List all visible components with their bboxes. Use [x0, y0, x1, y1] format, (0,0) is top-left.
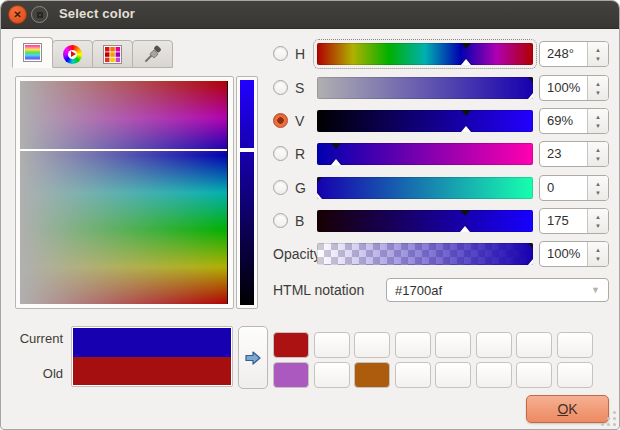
combo-dropdown-icon[interactable]: ▼ — [591, 285, 600, 295]
ok-button[interactable]: OK — [526, 395, 609, 423]
saturation-spinbox-value[interactable]: 100% — [540, 76, 587, 100]
red-spinbox-value[interactable]: 23 — [540, 142, 587, 166]
color-preview-box — [71, 326, 233, 387]
spin-down-icon[interactable]: ▼ — [595, 90, 601, 96]
opacity-spinbox-value[interactable]: 100% — [540, 242, 587, 266]
radio-green[interactable] — [273, 180, 288, 195]
swatch-grid — [273, 332, 593, 388]
spin-down-icon[interactable]: ▼ — [595, 156, 601, 162]
spin-up-icon[interactable]: ▲ — [595, 214, 601, 220]
value-spinbox-value[interactable]: 69% — [540, 109, 587, 133]
window-title: Select color — [59, 6, 135, 21]
radio-red[interactable] — [273, 146, 288, 161]
saturation-spinbox[interactable]: 100% ▲ ▼ — [539, 75, 609, 101]
radio-hue[interactable] — [273, 46, 288, 61]
spin-up-icon[interactable]: ▲ — [595, 47, 601, 53]
resize-grip[interactable] — [613, 423, 616, 426]
red-spinbox[interactable]: 23 ▲ ▼ — [539, 141, 609, 167]
green-spin-buttons[interactable]: ▲ ▼ — [587, 176, 608, 200]
saturation-label: S — [295, 75, 315, 101]
red-label: R — [295, 141, 315, 167]
swatch-cell[interactable] — [354, 332, 390, 358]
opacity-spinbox[interactable]: 100% ▲ ▼ — [539, 241, 609, 267]
unmaximize-icon — [37, 12, 43, 18]
html-notation-label: HTML notation — [273, 277, 364, 303]
hue-spin-buttons[interactable]: ▲ ▼ — [587, 42, 608, 66]
opacity-slider[interactable] — [317, 243, 533, 265]
value-spinbox[interactable]: 69% ▲ ▼ — [539, 108, 609, 134]
spin-down-icon[interactable]: ▼ — [595, 256, 601, 262]
select-color-dialog: ✕ Select color — [0, 0, 620, 430]
swatch-cell[interactable] — [273, 362, 309, 388]
spin-up-icon[interactable]: ▲ — [595, 181, 601, 187]
value-label: V — [295, 108, 315, 134]
unmaximize-button[interactable] — [31, 6, 48, 23]
swatch-cell[interactable] — [516, 362, 552, 388]
green-label: G — [295, 175, 315, 201]
blue-slider[interactable] — [317, 210, 533, 232]
opacity-label: Opacity — [273, 241, 320, 267]
radio-value[interactable] — [273, 113, 288, 128]
spin-down-icon[interactable]: ▼ — [595, 190, 601, 196]
swatch-cell[interactable] — [476, 332, 512, 358]
saturation-spin-buttons[interactable]: ▲ ▼ — [587, 76, 608, 100]
value-slider[interactable] — [317, 110, 533, 132]
green-slider[interactable] — [317, 177, 533, 199]
old-color-swatch — [73, 357, 231, 386]
swatch-cell[interactable] — [314, 362, 350, 388]
color-box-icon — [23, 43, 42, 62]
spin-up-icon[interactable]: ▲ — [595, 114, 601, 120]
swatch-cell[interactable] — [435, 332, 471, 358]
spin-down-icon[interactable]: ▼ — [595, 56, 601, 62]
spin-up-icon[interactable]: ▲ — [595, 81, 601, 87]
tab-color-box[interactable] — [12, 37, 53, 68]
current-color-swatch — [73, 328, 231, 357]
swatch-cell[interactable] — [395, 332, 431, 358]
swatch-cell[interactable] — [476, 362, 512, 388]
swatch-cell[interactable] — [354, 362, 390, 388]
swatch-cell[interactable] — [273, 332, 309, 358]
spin-up-icon[interactable]: ▲ — [595, 147, 601, 153]
red-slider[interactable] — [317, 143, 533, 165]
radio-blue[interactable] — [273, 213, 288, 228]
current-label: Current — [1, 331, 63, 346]
blue-label: B — [295, 208, 315, 234]
spin-down-icon[interactable]: ▼ — [595, 123, 601, 129]
swatch-cell[interactable] — [557, 362, 593, 388]
swatch-cell[interactable] — [435, 362, 471, 388]
add-to-swatches-button[interactable] — [238, 326, 268, 389]
spin-up-icon[interactable]: ▲ — [595, 247, 601, 253]
blue-spinbox-value[interactable]: 175 — [540, 209, 587, 233]
green-spinbox[interactable]: 0 ▲ ▼ — [539, 175, 609, 201]
titlebar: ✕ Select color — [1, 1, 619, 29]
hue-spinbox[interactable]: 248° ▲ ▼ — [539, 41, 609, 67]
hue-label: H — [295, 41, 315, 67]
html-notation-value[interactable]: #1700af — [395, 283, 591, 298]
red-spin-buttons[interactable]: ▲ ▼ — [587, 142, 608, 166]
close-button[interactable]: ✕ — [8, 5, 27, 24]
close-icon: ✕ — [13, 9, 21, 20]
blue-spinbox[interactable]: 175 ▲ ▼ — [539, 208, 609, 234]
hue-spinbox-value[interactable]: 248° — [540, 42, 587, 66]
swatch-cell[interactable] — [557, 332, 593, 358]
value-spin-buttons[interactable]: ▲ ▼ — [587, 109, 608, 133]
opacity-spin-buttons[interactable]: ▲ ▼ — [587, 242, 608, 266]
right-arrow-icon — [243, 348, 263, 368]
saturation-slider[interactable] — [317, 77, 533, 99]
swatch-cell[interactable] — [516, 332, 552, 358]
html-notation-combo[interactable]: #1700af ▼ — [386, 278, 609, 302]
blue-spin-buttons[interactable]: ▲ ▼ — [587, 209, 608, 233]
spin-down-icon[interactable]: ▼ — [595, 223, 601, 229]
swatch-cell[interactable] — [395, 362, 431, 388]
green-spinbox-value[interactable]: 0 — [540, 176, 587, 200]
radio-saturation[interactable] — [273, 80, 288, 95]
hue-slider[interactable] — [317, 43, 533, 65]
swatch-cell[interactable] — [314, 332, 350, 358]
old-label: Old — [1, 366, 63, 381]
